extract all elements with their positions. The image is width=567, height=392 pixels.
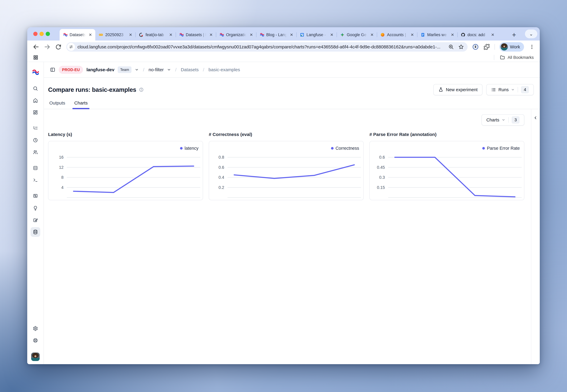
sidebar-item-dashboards[interactable] <box>33 110 38 115</box>
close-tab-icon[interactable]: ✕ <box>410 32 414 37</box>
chart-card-correctness: Correctness 0.20.40.60.8 <box>209 141 364 200</box>
langfuse-favicon-icon <box>260 32 264 37</box>
sidebar-item-prompts[interactable] <box>33 166 38 171</box>
runs-selector-button[interactable]: Runs 4 <box>486 84 534 95</box>
chevron-down-icon[interactable] <box>135 68 139 72</box>
browser-tab-accounts[interactable]: Accounts | ✕ <box>377 29 417 41</box>
browser-tab-calendar[interactable]: 6 Langfuse - ✕ <box>297 29 337 41</box>
browser-toolbar: cloud.langfuse.com/project/cmfwgv8fx002o… <box>27 41 540 53</box>
sidebar-item-datasets[interactable] <box>30 227 40 237</box>
github-favicon-icon <box>461 32 465 37</box>
sidebar-rail <box>27 62 44 364</box>
sidebar-item-playground[interactable] <box>33 177 38 182</box>
close-tab-icon[interactable]: ✕ <box>370 32 374 37</box>
y-axis-tick-label: 4 <box>48 185 64 190</box>
sidebar-item-tracing[interactable] <box>33 126 38 131</box>
runs-count-badge: 4 <box>521 86 529 93</box>
charts-selector-label: Charts <box>486 117 499 123</box>
sidebar-item-sessions[interactable] <box>33 138 38 143</box>
user-avatar[interactable] <box>31 352 40 361</box>
close-tab-icon[interactable]: ✕ <box>450 32 455 37</box>
sidebar-item-ideas[interactable] <box>33 206 38 211</box>
browser-tab-gemini[interactable]: Google Ge ✕ <box>337 29 377 41</box>
tab-charts[interactable]: Charts <box>74 100 88 109</box>
y-axis-tick-label: 0.3 <box>370 175 385 180</box>
close-tab-icon[interactable]: ✕ <box>329 32 334 37</box>
browser-tab-organization[interactable]: Organizatio ✕ <box>216 29 256 41</box>
close-tab-icon[interactable]: ✕ <box>209 32 213 37</box>
close-tab-icon[interactable]: ✕ <box>289 32 294 37</box>
close-window-button[interactable] <box>33 32 38 36</box>
back-icon[interactable] <box>33 43 39 50</box>
tab-title: Google Ge <box>347 32 368 37</box>
url-text[interactable]: cloud.langfuse.com/project/cmfwgv8fx002o… <box>75 44 446 49</box>
langfuse-logo-icon[interactable] <box>32 69 39 76</box>
breadcrumb-dataset-name[interactable]: basic-examples <box>209 67 240 72</box>
all-bookmarks-button[interactable]: All Bookmarks <box>494 55 534 60</box>
chart-card-parse-error-rate: Parse Error Rate 0.150.30.450.6 <box>369 141 524 200</box>
close-tab-icon[interactable]: ✕ <box>249 32 254 37</box>
new-tab-button[interactable]: + <box>510 30 518 39</box>
tab-title: Langfuse - <box>307 32 327 37</box>
organization-name[interactable]: langfuse-dev <box>86 67 114 72</box>
sidebar-item-settings[interactable] <box>33 326 38 331</box>
bookmark-star-icon[interactable] <box>458 44 464 50</box>
password-manager-icon[interactable] <box>472 43 479 50</box>
close-tab-icon[interactable]: ✕ <box>169 32 173 37</box>
sidebar-item-annotation[interactable] <box>33 217 38 223</box>
sidebar-item-evaluation[interactable] <box>33 193 38 198</box>
langfuse-favicon-icon <box>63 32 68 37</box>
browser-profile-button[interactable]: Work <box>499 42 524 52</box>
profile-name: Work <box>510 44 520 49</box>
new-experiment-label: New experiment <box>446 87 478 92</box>
chart-legend: Parse Error Rate <box>482 146 520 151</box>
browser-tab-blog[interactable]: Blog - Lang ✕ <box>256 29 297 41</box>
charts-count-badge: 3 <box>512 116 520 124</box>
tab-search-button[interactable]: ⌄ <box>525 29 537 38</box>
maximize-window-button[interactable] <box>46 32 50 36</box>
url-bar[interactable]: cloud.langfuse.com/project/cmfwgv8fx002o… <box>66 42 468 52</box>
extensions-puzzle-icon[interactable] <box>483 43 490 50</box>
browser-tab-colab[interactable]: 20250923 ✕ <box>95 29 136 41</box>
chart-title: Latency (s) <box>48 132 203 137</box>
sidebar-item-home[interactable] <box>33 98 38 103</box>
info-icon[interactable] <box>139 87 144 92</box>
collapse-panel-icon[interactable] <box>533 115 538 364</box>
breadcrumb-datasets-link[interactable]: Datasets <box>181 67 199 72</box>
page-tabs: Outputs Charts <box>44 95 540 109</box>
forward-icon[interactable] <box>44 43 51 50</box>
google-docs-favicon-icon <box>421 32 425 37</box>
charts-grid: Latency (s) latency 481216 # Correctness… <box>44 126 531 200</box>
browser-tab-github-docs[interactable]: docs: add ✕ <box>457 29 498 41</box>
side-panel-rail <box>531 109 540 364</box>
tab-outputs[interactable]: Outputs <box>49 100 66 109</box>
project-name[interactable]: no-filter <box>149 67 164 72</box>
new-experiment-button[interactable]: New experiment <box>433 84 482 95</box>
apps-grid-icon[interactable] <box>33 55 38 60</box>
close-tab-icon[interactable]: ✕ <box>490 32 495 37</box>
zoom-in-icon[interactable] <box>448 44 454 50</box>
browser-tab-gdocs[interactable]: Marlies we ✕ <box>417 29 457 41</box>
desktop-wallpaper: Datasets | l ✕ 20250923 ✕ feat(io-tab ✕ … <box>0 0 567 392</box>
browser-tab-github-pr[interactable]: feat(io-tab ✕ <box>136 29 176 41</box>
y-axis-tick-label: 8 <box>48 175 64 180</box>
sidebar-item-search[interactable] <box>33 86 38 91</box>
y-axis-tick-label: 16 <box>48 155 64 160</box>
close-tab-icon[interactable]: ✕ <box>88 32 93 37</box>
legend-label: Parse Error Rate <box>487 146 520 151</box>
sidebar-toggle-icon[interactable] <box>50 67 55 72</box>
sidebar-item-users[interactable] <box>33 150 38 155</box>
charts-selector-button[interactable]: Charts 3 <box>482 114 524 126</box>
browser-tab-datasets-2[interactable]: Datasets | l ✕ <box>176 29 216 41</box>
browser-menu-icon[interactable] <box>529 43 535 50</box>
minimize-window-button[interactable] <box>40 32 44 36</box>
close-tab-icon[interactable]: ✕ <box>128 32 133 37</box>
browser-tab-datasets-active[interactable]: Datasets | l ✕ <box>60 29 95 41</box>
sidebar-item-support[interactable] <box>33 338 38 343</box>
google-calendar-favicon-icon: 6 <box>300 32 304 37</box>
reload-icon[interactable] <box>55 43 62 50</box>
chevron-down-icon[interactable] <box>167 68 171 72</box>
colab-favicon-icon <box>99 32 103 37</box>
site-settings-icon[interactable] <box>67 43 75 51</box>
window-controls <box>33 32 50 36</box>
